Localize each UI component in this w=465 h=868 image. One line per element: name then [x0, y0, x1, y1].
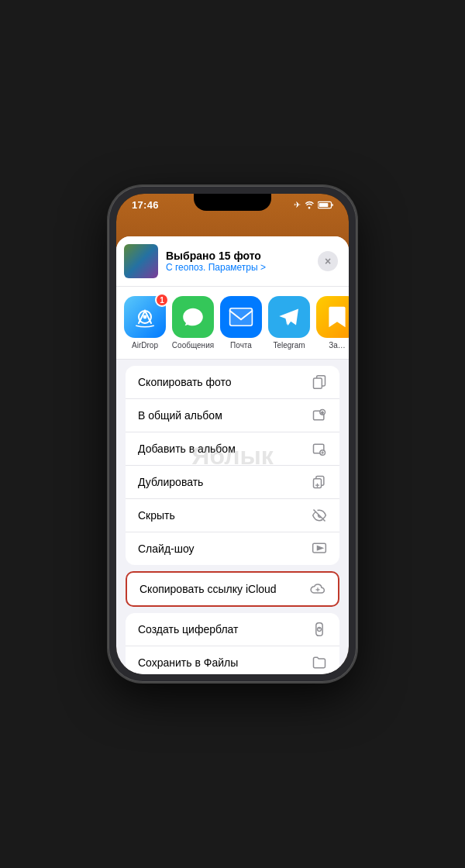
notch [194, 194, 271, 211]
copy-photo-label: Скопировать фото [138, 376, 232, 388]
airdrop-badge: 1 [155, 293, 169, 307]
icloud-link-inner: Скопировать ссылку iCloud [127, 573, 338, 605]
mail-icon-wrap [220, 296, 262, 338]
airdrop-icon-wrap: 1 [124, 296, 166, 338]
share-sheet: Выбрано 15 фото С геопоз. Параметры > × [116, 236, 349, 674]
airplane-icon: ✈ [294, 200, 301, 210]
menu-item-copy-photo[interactable]: Скопировать фото [126, 366, 339, 399]
menu-section: Скопировать фото В общий альбом + [126, 366, 339, 565]
menu-item-shared-album[interactable]: В общий альбом + [126, 399, 339, 432]
svg-rect-1 [319, 203, 329, 207]
copy-photo-icon [312, 374, 327, 390]
telegram-icon-wrap [268, 296, 310, 338]
shared-album-label: В общий альбом [138, 409, 222, 422]
zakladki-icon-wrap [316, 296, 349, 338]
slideshow-icon [312, 541, 327, 556]
apps-row: 1 AirDrop Сообщения [116, 287, 349, 360]
menu-item-hide[interactable]: Скрыть [126, 499, 339, 532]
add-album-icon [312, 441, 327, 456]
phone-screen: 17:46 ✈ Выбрано 15 ф [116, 194, 349, 674]
icloud-link-label: Скопировать ссылку iCloud [140, 583, 277, 595]
zakladki-label: За… [329, 341, 346, 350]
header-title: Выбрано 15 фото [166, 250, 310, 262]
telegram-label: Telegram [273, 341, 305, 350]
duplicate-icon [312, 474, 327, 490]
app-item-messages[interactable]: Сообщения [170, 296, 215, 350]
header-thumbnail [124, 244, 158, 278]
hide-icon [312, 508, 327, 523]
svg-point-3 [143, 315, 147, 319]
app-item-airdrop[interactable]: 1 AirDrop [122, 296, 167, 350]
subtitle-link[interactable]: Параметры > [208, 262, 266, 273]
menu-item-slideshow[interactable]: Слайд-шоу [126, 532, 339, 565]
slideshow-label: Слайд-шоу [138, 542, 195, 555]
header-subtitle: С геопоз. Параметры > [166, 262, 310, 273]
svg-rect-4 [230, 308, 253, 326]
save-files-label: Сохранить в Файлы [138, 656, 238, 669]
menu-scroll: Яблык Скопировать фото В общий альбом [116, 360, 349, 674]
icloud-link-icon [310, 581, 326, 597]
mail-label: Почта [230, 341, 252, 350]
subtitle-static: С геопоз. [166, 262, 205, 273]
svg-marker-20 [318, 546, 323, 550]
menu-item-duplicate[interactable]: Дублировать [126, 466, 339, 499]
menu-item-add-album[interactable]: Добавить в альбом [126, 432, 339, 466]
svg-text:+: + [322, 410, 324, 415]
menu-item-watchface[interactable]: Создать циферблат [126, 613, 339, 646]
messages-icon [172, 296, 214, 338]
sheet-header: Выбрано 15 фото С геопоз. Параметры > × [116, 236, 349, 287]
status-time: 17:46 [132, 199, 159, 211]
menu-item-save-files[interactable]: Сохранить в Файлы [126, 646, 339, 674]
watchface-icon [312, 622, 327, 637]
watchface-label: Создать циферблат [138, 623, 238, 636]
battery-icon [318, 201, 333, 209]
zakladki-icon [316, 296, 349, 338]
duplicate-label: Дублировать [138, 476, 203, 488]
app-item-mail[interactable]: Почта [219, 296, 264, 350]
close-icon: × [325, 256, 331, 267]
add-album-label: Добавить в альбом [138, 443, 236, 455]
airdrop-label: AirDrop [132, 341, 158, 350]
menu-item-icloud-link[interactable]: Скопировать ссылку iCloud [126, 571, 339, 607]
phone-frame: 17:46 ✈ Выбрано 15 ф [108, 186, 356, 682]
app-item-telegram[interactable]: Telegram [267, 296, 312, 350]
menu-section-2: Создать циферблат Сохранить в Файлы [126, 613, 339, 674]
wifi-icon [304, 200, 315, 209]
save-files-icon [312, 655, 327, 670]
mail-icon [220, 296, 262, 338]
svg-rect-7 [314, 378, 322, 388]
hide-label: Скрыть [138, 509, 175, 522]
telegram-icon [268, 296, 310, 338]
status-icons: ✈ [294, 200, 333, 210]
shared-album-icon: + [312, 408, 327, 423]
app-item-zakladki[interactable]: За… [315, 296, 349, 350]
messages-label: Сообщения [172, 341, 214, 350]
header-text: Выбрано 15 фото С геопоз. Параметры > [166, 250, 310, 273]
messages-icon-wrap [172, 296, 214, 338]
close-button[interactable]: × [318, 251, 338, 271]
